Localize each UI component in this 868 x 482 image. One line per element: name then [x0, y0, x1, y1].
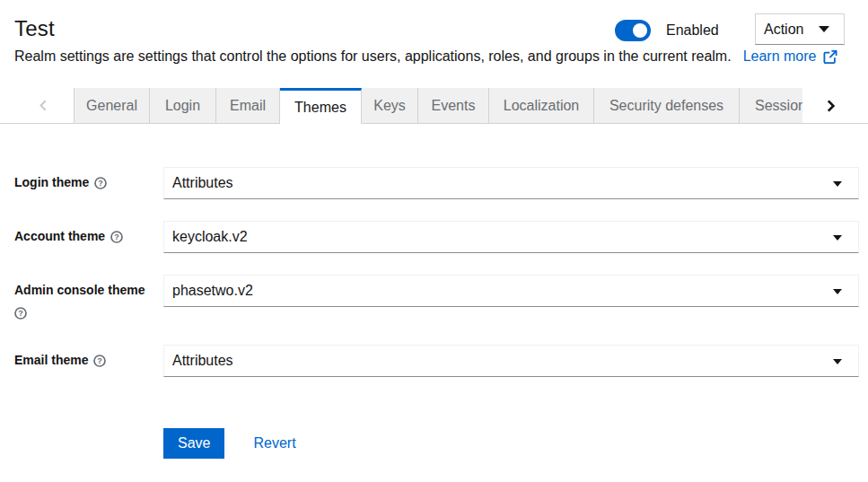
svg-text:?: ? [114, 232, 119, 241]
tab-label: General [86, 98, 137, 114]
action-dropdown[interactable]: Action [755, 13, 845, 45]
admin-console-theme-select[interactable]: phasetwo.v2 [163, 275, 859, 307]
select-value: Attributes [172, 175, 233, 190]
account-theme-select[interactable]: keycloak.v2 [163, 221, 859, 253]
tab-label: Email [230, 98, 266, 114]
tabs-scroll-right-button[interactable] [802, 88, 868, 124]
tab-label: Themes [294, 100, 346, 116]
tab-email[interactable]: Email [216, 88, 280, 124]
caret-down-icon [833, 359, 842, 364]
chevron-left-icon [39, 100, 47, 111]
caret-down-icon [819, 26, 829, 32]
help-icon[interactable]: ? [94, 176, 107, 195]
action-dropdown-label: Action [764, 22, 803, 38]
help-icon[interactable]: ? [110, 230, 123, 249]
email-theme-select[interactable]: Attributes [163, 345, 859, 377]
tab-sessions[interactable]: Sessions [740, 88, 802, 124]
revert-button[interactable]: Revert [239, 428, 310, 459]
label-text: Admin console theme [14, 283, 145, 297]
caret-down-icon [833, 289, 842, 294]
label-text: Account theme [14, 229, 105, 243]
help-icon[interactable]: ? [14, 306, 158, 325]
tab-localization[interactable]: Localization [489, 88, 594, 124]
admin-console-theme-label: Admin console theme? [14, 281, 158, 325]
select-value: phasetwo.v2 [172, 283, 253, 298]
form-actions: Save Revert [163, 428, 311, 459]
tab-login[interactable]: Login [150, 88, 216, 124]
save-button[interactable]: Save [163, 428, 224, 459]
learn-more-label: Learn more [743, 46, 817, 67]
label-text: Email theme [14, 353, 88, 367]
tab-label: Sessions [755, 98, 802, 114]
tab-events[interactable]: Events [418, 88, 489, 124]
caret-down-icon [833, 235, 842, 241]
tab-label: Security defenses [609, 98, 723, 114]
tab-label: Keys [373, 98, 406, 114]
tab-general[interactable]: General [74, 88, 150, 124]
page-title: Test [14, 14, 55, 42]
toggle-knob [633, 23, 647, 38]
account-theme-label: Account theme? [14, 227, 158, 249]
email-theme-label: Email theme? [14, 351, 158, 372]
tab-label: Login [165, 98, 200, 114]
svg-text:?: ? [98, 356, 103, 365]
enabled-toggle[interactable] [615, 20, 651, 41]
realm-settings-tabs: General Login Email Themes Keys Events L… [0, 88, 868, 124]
svg-text:?: ? [18, 309, 23, 318]
select-value: keycloak.v2 [172, 229, 248, 244]
realm-settings-page: Test Enabled Action Realm settings are s… [0, 0, 868, 482]
tab-label: Localization [504, 98, 580, 114]
tab-keys[interactable]: Keys [362, 88, 418, 124]
realm-description: Realm settings are settings that control… [14, 46, 837, 67]
tabs-viewport: General Login Email Themes Keys Events L… [74, 88, 802, 124]
svg-text:?: ? [98, 179, 103, 188]
enabled-toggle-label: Enabled [666, 19, 719, 41]
select-value: Attributes [172, 353, 233, 368]
tab-themes[interactable]: Themes [280, 88, 362, 124]
label-text: Login theme [14, 175, 89, 189]
realm-description-text: Realm settings are settings that control… [14, 48, 732, 64]
login-theme-select[interactable]: Attributes [163, 167, 859, 199]
external-link-icon [823, 50, 837, 64]
chevron-right-icon [827, 100, 835, 112]
learn-more-link[interactable]: Learn more [743, 46, 838, 67]
tabs-scroll-left-button[interactable] [0, 88, 74, 124]
caret-down-icon [833, 181, 842, 187]
login-theme-label: Login theme? [14, 173, 158, 195]
tab-label: Events [432, 98, 476, 114]
tab-security-defenses[interactable]: Security defenses [594, 88, 740, 124]
help-icon[interactable]: ? [93, 354, 106, 372]
